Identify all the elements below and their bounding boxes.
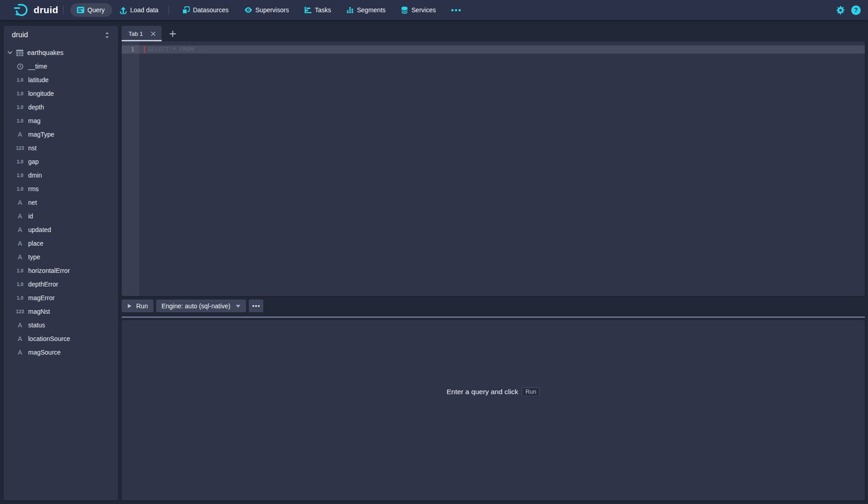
run-button[interactable]: Run [122,300,153,312]
query-workbench: Tab 1 1 SELECT * FROM ... Run Engine: au… [122,26,865,500]
supervisors-icon [244,7,252,13]
column-type[interactable]: A type [4,250,118,264]
close-icon [151,31,156,36]
tab-strip: Tab 1 [122,26,865,41]
line-number: 1 [122,45,139,54]
query-editor[interactable]: 1 SELECT * FROM ... [122,41,865,296]
engine-label: Engine: auto (sql-native) [162,302,231,310]
query-more-button[interactable] [249,300,263,312]
column-net[interactable]: A net [4,196,118,209]
clock-icon [17,63,24,70]
string-type-icon: A [15,335,25,342]
navbar-divider [168,5,169,15]
help-button[interactable]: ? [851,5,861,15]
caret-down-icon [236,305,241,308]
string-type-icon: A [15,226,25,233]
string-type-icon: A [15,131,25,138]
empty-message-text: Enter a query and click [447,388,518,396]
gear-icon [836,5,845,15]
datasource-earthquakes[interactable]: earthquakes [4,46,118,59]
nav-item-supervisors[interactable]: Supervisors [243,3,290,17]
column-magType[interactable]: A magType [4,128,118,141]
tasks-icon [304,6,311,14]
table-icon [16,49,24,56]
column-depthError[interactable]: 1.0 depthError [4,277,118,291]
column-nst[interactable]: 123 nst [4,141,118,155]
column-magSource[interactable]: A magSource [4,346,118,359]
navbar-links: Datasources Supervisors Tasks Segments [175,3,462,17]
play-icon [127,303,132,309]
engine-select-button[interactable]: Engine: auto (sql-native) [156,300,247,312]
schema-name: druid [12,31,28,39]
string-type-icon: A [15,321,25,329]
column-gap[interactable]: 1.0 gap [4,155,118,168]
float-type-icon: 1.0 [15,118,25,124]
float-type-icon: 1.0 [15,282,25,287]
chevron-down-icon [7,50,13,55]
column-latitude[interactable]: 1.0 latitude [4,73,118,87]
column-horizontalError[interactable]: 1.0 horizontalError [4,264,118,277]
nav-item-datasources[interactable]: Datasources [175,3,230,17]
datasources-icon [182,6,190,14]
column-place[interactable]: A place [4,237,118,250]
nav-more-menu[interactable] [450,3,462,17]
active-line-highlight [122,45,865,54]
close-tab-button[interactable] [149,30,157,38]
nav-item-label: Load data [130,6,158,14]
help-icon: ? [851,5,861,15]
column-list: earthquakes __time 1.0 latitude 1.0 long… [4,46,118,359]
druid-logo-icon [14,2,30,18]
float-type-icon: 1.0 [15,104,25,110]
column-magError[interactable]: 1.0 magError [4,291,118,305]
column-locationSource[interactable]: A locationSource [4,332,118,346]
druid-logo[interactable]: druid [14,2,59,18]
more-ellipsis-icon [252,305,260,307]
column-id[interactable]: A id [4,209,118,223]
text-cursor [144,46,145,53]
nav-item-label: Services [411,6,436,14]
nav-item-services[interactable]: Services [400,3,437,17]
nav-item-tasks[interactable]: Tasks [303,3,332,17]
brand-title: druid [34,5,59,15]
float-type-icon: 1.0 [15,77,25,83]
tab-label: Tab 1 [128,30,143,37]
float-type-icon: 1.0 [15,91,25,96]
column-dmin[interactable]: 1.0 dmin [4,168,118,182]
nav-item-segments[interactable]: Segments [345,3,386,17]
float-type-icon: 1.0 [15,268,25,273]
string-type-icon: A [15,212,25,220]
nav-item-label: Tasks [315,6,331,14]
column-updated[interactable]: A updated [4,223,118,237]
top-navbar: druid Query Load data Datasources [0,0,868,20]
tab-1[interactable]: Tab 1 [122,26,162,41]
settings-button[interactable] [836,5,845,15]
string-type-icon: A [15,199,25,206]
nav-item-label: Query [88,6,105,14]
column-magNst[interactable]: 123 magNst [4,305,118,318]
query-icon [77,6,84,14]
column-rms[interactable]: 1.0 rms [4,182,118,196]
editor-gutter [122,41,139,296]
run-bar: Run Engine: auto (sql-native) [122,300,263,312]
clock-icon [15,63,25,70]
float-type-icon: 1.0 [15,159,25,164]
string-type-icon: A [15,240,25,247]
more-ellipsis-icon [451,9,461,11]
column-__time[interactable]: __time [4,59,118,73]
navbar-right: ? [836,5,861,15]
nav-item-label: Segments [357,6,385,14]
nav-item-query[interactable]: Query [70,3,112,17]
column-longitude[interactable]: 1.0 longitude [4,87,118,100]
editor-placeholder: SELECT * FROM ... [148,45,208,54]
services-icon [401,6,408,14]
nav-item-load-data[interactable]: Load data [116,3,162,17]
pane-splitter[interactable] [122,316,865,318]
add-tab-button[interactable] [167,26,179,41]
column-mag[interactable]: 1.0 mag [4,114,118,128]
run-key-badge: Run [522,387,540,396]
empty-results-message: Enter a query and click Run [447,387,540,396]
double-caret-vertical-icon [104,32,110,39]
column-status[interactable]: A status [4,318,118,332]
schema-selector[interactable]: druid [4,26,118,44]
column-depth[interactable]: 1.0 depth [4,100,118,114]
